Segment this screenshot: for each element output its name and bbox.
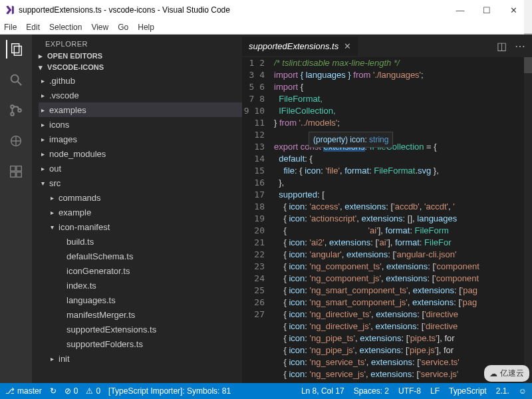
tab-supportedextensions[interactable]: supportedExtensions.ts ✕ xyxy=(242,37,358,56)
git-branch-icon: ⎇ xyxy=(5,386,15,396)
file-defaultschema[interactable]: defaultSchema.ts xyxy=(57,249,242,263)
menu-bar: File Edit Selection View Go Help xyxy=(0,20,532,35)
cursor-position[interactable]: Ln 8, Col 17 xyxy=(301,386,344,396)
window-title: supportedExtensions.ts - vscode-icons - … xyxy=(19,5,447,15)
folder-examples[interactable]: ▸examples xyxy=(39,102,242,117)
svg-rect-12 xyxy=(11,172,15,177)
file-supportedfolders[interactable]: supportedFolders.ts xyxy=(57,336,242,351)
code-lines[interactable]: /* tslint:disable max-line-length */ imp… xyxy=(274,57,532,383)
file-tree: ▸.github ▸.vscode ▸examples ▸icons ▸imag… xyxy=(32,73,242,366)
folder-icons[interactable]: ▸icons xyxy=(39,117,242,132)
menu-go[interactable]: Go xyxy=(118,23,128,32)
eol-status[interactable]: LF xyxy=(430,386,440,396)
title-bar: supportedExtensions.ts - vscode-icons - … xyxy=(0,0,532,20)
minimize-button[interactable]: — xyxy=(447,5,473,15)
svg-rect-13 xyxy=(17,172,21,177)
file-languages[interactable]: languages.ts xyxy=(57,293,242,307)
folder-node-modules[interactable]: ▸node_modules xyxy=(39,146,242,161)
folder-example[interactable]: ▸example xyxy=(48,205,242,219)
menu-file[interactable]: File xyxy=(4,23,17,32)
file-supportedextensions[interactable]: supportedExtensions.ts xyxy=(57,322,242,336)
search-icon[interactable] xyxy=(7,70,25,89)
close-button[interactable]: ✕ xyxy=(500,5,527,15)
cloud-icon: ☁ xyxy=(489,369,497,378)
vscode-logo-icon xyxy=(5,5,15,15)
svg-rect-11 xyxy=(17,166,21,171)
sidebar-title: EXPLORER xyxy=(32,35,242,51)
ts-version[interactable]: 2.1. xyxy=(496,386,509,396)
more-actions-icon[interactable]: ⋯ xyxy=(515,40,525,53)
menu-view[interactable]: View xyxy=(91,23,108,32)
folder-vscode[interactable]: ▸.vscode xyxy=(39,88,242,102)
folder-commands[interactable]: ▸commands xyxy=(48,190,242,205)
svg-rect-10 xyxy=(11,166,15,171)
editor: supportedExtensions.ts ✕ ◫ ⋯ 1 2 3 4 5 6… xyxy=(242,35,532,383)
svg-point-4 xyxy=(11,105,14,108)
folder-init[interactable]: ▸init xyxy=(48,351,242,366)
indentation-status[interactable]: Spaces: 2 xyxy=(354,386,389,396)
svg-rect-1 xyxy=(14,46,21,55)
folder-github[interactable]: ▸.github xyxy=(39,73,242,88)
intellisense-hover: (property) icon: string xyxy=(309,132,393,148)
language-mode[interactable]: TypeScript xyxy=(449,386,487,396)
editor-tabs: supportedExtensions.ts ✕ ◫ ⋯ xyxy=(242,35,532,57)
split-editor-icon[interactable]: ◫ xyxy=(497,40,507,53)
line-numbers: 1 2 3 4 5 6 7 8 9 10 11 12 13 14 15 16 1… xyxy=(242,57,274,383)
file-icongenerator[interactable]: iconGenerator.ts xyxy=(57,263,242,278)
svg-line-3 xyxy=(18,82,22,86)
git-branch-status[interactable]: ⎇master xyxy=(5,386,42,396)
file-build[interactable]: build.ts xyxy=(57,234,242,249)
menu-selection[interactable]: Selection xyxy=(49,23,82,32)
svg-rect-0 xyxy=(12,44,19,53)
file-manifestmerger[interactable]: manifestMerger.ts xyxy=(57,307,242,322)
folder-icon-manifest[interactable]: ▾icon-manifest xyxy=(48,219,242,234)
sync-status[interactable]: ↻ xyxy=(50,386,57,396)
close-tab-icon[interactable]: ✕ xyxy=(344,41,351,51)
encoding-status[interactable]: UTF-8 xyxy=(398,386,421,396)
section-open-editors[interactable]: ▸ OPEN EDITORS xyxy=(32,51,242,62)
code-area[interactable]: 1 2 3 4 5 6 7 8 9 10 11 12 13 14 15 16 1… xyxy=(242,57,532,383)
debug-icon[interactable] xyxy=(7,132,25,150)
svg-point-5 xyxy=(11,112,14,116)
section-project[interactable]: ▾ VSCODE-ICONS xyxy=(32,62,242,73)
svg-point-2 xyxy=(11,75,19,82)
status-bar: ⎇master ↻ ⊘ 0 ⚠ 0 [TypeScript Importer]:… xyxy=(0,383,532,399)
watermark: ☁ 亿速云 xyxy=(484,365,529,382)
sidebar: EXPLORER ▸ OPEN EDITORS ▾ VSCODE-ICONS ▸… xyxy=(32,35,242,383)
file-index[interactable]: index.ts xyxy=(57,278,242,293)
menu-edit[interactable]: Edit xyxy=(26,23,40,32)
maximize-button[interactable]: ☐ xyxy=(473,5,500,15)
error-count[interactable]: ⊘ 0 xyxy=(65,386,78,396)
extensions-icon[interactable] xyxy=(7,162,25,181)
ts-importer-status[interactable]: [TypeScript Importer]: Symbols: 81 xyxy=(108,386,231,396)
folder-out[interactable]: ▸out xyxy=(39,161,242,176)
explorer-icon[interactable] xyxy=(6,40,25,59)
folder-images[interactable]: ▸images xyxy=(39,132,242,146)
source-control-icon[interactable] xyxy=(7,101,25,120)
warning-count[interactable]: ⚠ 0 xyxy=(86,386,100,396)
menu-help[interactable]: Help xyxy=(138,23,154,32)
activity-bar xyxy=(0,35,32,383)
folder-src[interactable]: ▾src xyxy=(39,176,242,190)
svg-point-6 xyxy=(18,109,21,112)
